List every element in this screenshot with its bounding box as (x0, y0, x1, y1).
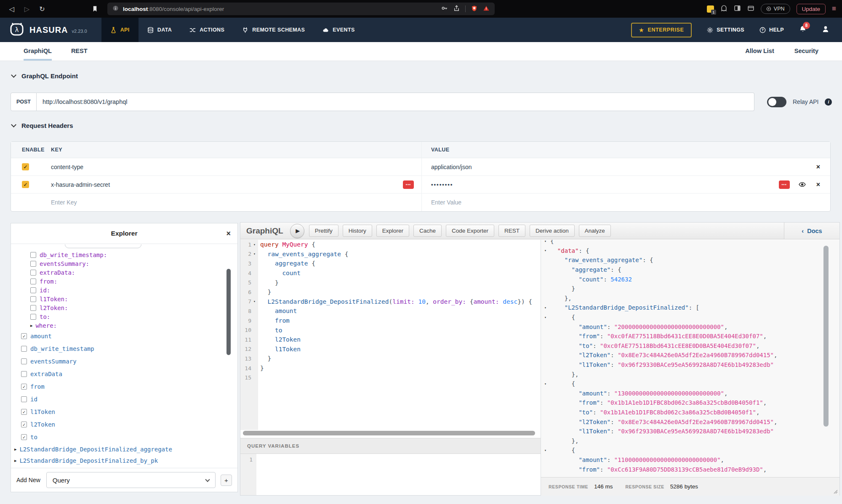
explorer-item-id[interactable]: id: (11, 286, 237, 294)
key-icon[interactable] (441, 5, 448, 13)
browser-menu-icon[interactable]: ≡ (832, 5, 836, 13)
explorer-item-l2token[interactable]: ✓l2Token (11, 418, 237, 431)
reveal-value-icon[interactable] (798, 181, 806, 188)
fold-arrow-icon[interactable]: ▾ (251, 300, 258, 303)
nav-tab-remote-schemas[interactable]: REMOTE SCHEMAS (233, 18, 314, 42)
fold-arrow-icon[interactable]: ▾ (251, 243, 258, 247)
explorer-item-extradata[interactable]: extraData: (11, 268, 237, 277)
relay-api-toggle[interactable] (767, 97, 786, 107)
query-variables-editor[interactable]: 1 (240, 454, 541, 495)
site-info-icon[interactable] (112, 5, 119, 13)
field-checkbox[interactable] (30, 296, 36, 302)
link-allow-list[interactable]: Allow List (745, 48, 774, 61)
field-checkbox[interactable]: ✓ (21, 434, 27, 440)
explorer-item-db-write-timestamp[interactable]: db_write_timestamp (11, 342, 237, 355)
response-scrollbar[interactable] (823, 246, 829, 427)
update-button[interactable]: Update (797, 4, 826, 14)
fold-arrow-icon[interactable]: ▾ (542, 249, 549, 252)
back-icon[interactable]: ◁ (6, 5, 18, 13)
field-checkbox[interactable] (21, 396, 27, 402)
request-headers-section[interactable]: Request Headers (12, 122, 73, 129)
header-value[interactable]: application/json (431, 164, 472, 170)
toolbar-button-cache[interactable]: Cache (413, 225, 442, 237)
field-checkbox[interactable]: ✓ (21, 409, 27, 415)
fold-arrow-icon[interactable]: ▾ (251, 252, 258, 256)
share-icon[interactable] (453, 5, 460, 13)
query-editor[interactable]: 1▾query MyQuery {2▾ raw_events_aggregate… (240, 240, 541, 430)
editor-horizontal-scrollbar[interactable] (243, 431, 535, 435)
notes-extension-icon[interactable]: 1 (707, 5, 714, 13)
expand-arrow-icon[interactable]: ▶ (14, 447, 16, 451)
explorer-item-extradata[interactable]: extraData (11, 368, 237, 380)
explorer-item-l2standardbridge-depositfinalized-aggregate[interactable]: ▶L2StandardBridge_DepositFinalized_aggre… (11, 443, 237, 455)
explorer-item-to[interactable]: to: (11, 312, 237, 321)
account-button[interactable] (822, 25, 829, 34)
explorer-item-from[interactable]: ✓from (11, 380, 237, 393)
fold-arrow-icon[interactable]: ▾ (542, 316, 549, 319)
fold-arrow-icon[interactable]: ▾ (542, 448, 549, 452)
fold-arrow-icon[interactable]: ▾ (542, 306, 549, 310)
enterprise-button[interactable]: ★ ENTERPRISE (631, 23, 692, 37)
nav-tab-actions[interactable]: ACTIONS (181, 18, 233, 42)
operation-type-select[interactable]: Query (46, 472, 216, 488)
header-value-masked[interactable]: •••••••• (431, 181, 453, 188)
info-icon[interactable]: i (825, 98, 832, 106)
explorer-item-eventssummary[interactable]: eventsSummary (11, 355, 237, 368)
link-security[interactable]: Security (794, 48, 818, 61)
resize-handle-icon[interactable] (833, 489, 838, 494)
sidebar-extension-icon[interactable] (734, 5, 741, 13)
tab-rest[interactable]: REST (71, 48, 88, 61)
add-operation-button[interactable]: + (221, 475, 232, 486)
execute-query-button[interactable]: ▶ (290, 224, 304, 238)
bookmark-icon[interactable] (92, 5, 98, 12)
toolbar-button-analyze[interactable]: Analyze (579, 225, 611, 237)
query-variables-header[interactable]: QUERY VARIABLES (240, 438, 541, 454)
url-bar[interactable]: localhost:8080/console/api/api-explorer (107, 3, 495, 15)
field-checkbox[interactable] (30, 305, 36, 311)
field-checkbox[interactable] (30, 252, 36, 258)
field-checkbox[interactable]: ✓ (21, 333, 27, 339)
field-checkbox[interactable]: ✓ (21, 384, 27, 390)
password-manager-icon[interactable]: ••• (403, 180, 414, 189)
explorer-item-id[interactable]: id (11, 393, 237, 406)
explorer-item-where[interactable]: ▶where: (11, 321, 237, 330)
explorer-item-l1token[interactable]: l1Token: (11, 294, 237, 303)
forward-icon[interactable]: ▷ (21, 5, 33, 13)
field-checkbox[interactable] (30, 270, 36, 276)
password-manager-icon[interactable]: ••• (779, 180, 790, 189)
remove-header-icon[interactable]: × (816, 163, 820, 171)
expand-arrow-icon[interactable]: ▶ (30, 324, 32, 328)
reload-icon[interactable]: ↻ (36, 5, 48, 13)
warning-triangle-icon[interactable] (483, 5, 490, 13)
toolbar-button-code-exporter[interactable]: Code Exporter (446, 225, 494, 237)
field-checkbox[interactable] (21, 358, 27, 364)
explorer-item-l2token[interactable]: l2Token: (11, 303, 237, 312)
toolbar-button-history[interactable]: History (343, 225, 372, 237)
toolbar-button-prettify[interactable]: Prettify (309, 225, 338, 237)
toolbar-button-derive-action[interactable]: Derive action (530, 225, 575, 237)
notifications-button[interactable]: 8 (799, 25, 807, 34)
explorer-scrollbar[interactable] (226, 269, 231, 355)
explorer-item-l1token[interactable]: ✓l1Token (11, 406, 237, 418)
field-checkbox[interactable] (30, 314, 36, 320)
brave-shield-icon[interactable] (471, 5, 477, 13)
explorer-item-l2standardbridge-depositfinalized-by-pk[interactable]: ▶L2StandardBridge_DepositFinalized_by_pk (11, 455, 237, 466)
endpoint-url-input[interactable]: http://localhost:8080/v1/graphql (37, 93, 754, 111)
enable-checkbox[interactable]: ✓ (22, 163, 29, 170)
explorer-item-db-write-timestamp[interactable]: db_write_timestamp: (11, 250, 237, 259)
value-input-placeholder[interactable]: Enter Value (431, 199, 461, 206)
explorer-item-from[interactable]: from: (11, 277, 237, 286)
header-key[interactable]: content-type (51, 164, 83, 170)
help-button[interactable]: ? HELP (759, 27, 784, 33)
field-checkbox[interactable] (21, 371, 27, 377)
toolbar-button-rest[interactable]: REST (498, 225, 525, 237)
field-checkbox[interactable] (30, 261, 36, 267)
field-checkbox[interactable] (30, 287, 36, 293)
nav-tab-api[interactable]: API (101, 18, 139, 42)
rewards-extension-icon[interactable] (720, 5, 727, 13)
remove-header-icon[interactable]: × (816, 181, 820, 188)
header-key[interactable]: x-hasura-admin-secret (51, 181, 110, 188)
explorer-item-amount[interactable]: ✓amount (11, 330, 237, 342)
enable-checkbox[interactable]: ✓ (22, 181, 29, 188)
settings-button[interactable]: SETTINGS (707, 27, 744, 33)
